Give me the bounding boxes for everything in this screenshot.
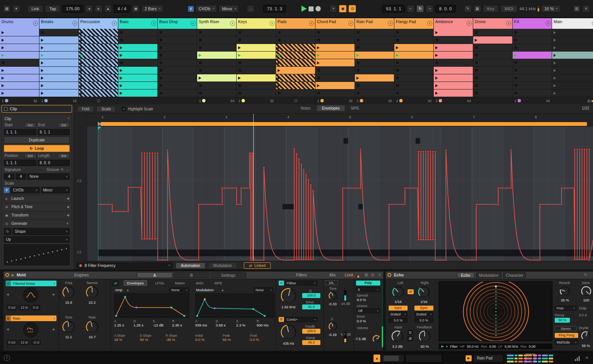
reverb-value[interactable]: 25 % — [558, 298, 572, 302]
mod-env-extras[interactable]: Initial0.0 %Peak55 %Final0.0 % — [195, 334, 275, 342]
empty-clip-slot[interactable] — [197, 89, 236, 97]
main-footer[interactable]: ▤▶▮ — [552, 97, 593, 104]
zoom-control[interactable] — [381, 354, 405, 362]
empty-clip-slot[interactable] — [473, 89, 512, 97]
clip-status-footer[interactable]: 132 — [355, 97, 394, 104]
filter1-freq-value[interactable]: 1.82 kHz — [278, 305, 299, 309]
clip-slot[interactable] — [79, 74, 118, 82]
empty-clip-slot[interactable] — [355, 67, 394, 74]
clip-section-header[interactable]: Clip▾ — [4, 116, 70, 121]
zoom-handle[interactable] — [384, 356, 399, 361]
echo-feedback-value[interactable]: 50 % — [418, 344, 431, 348]
clip-play-icon[interactable] — [435, 69, 438, 72]
clip-play-icon[interactable] — [80, 84, 83, 87]
metronome-button[interactable]: ▲ — [104, 5, 112, 13]
scroll-control[interactable] — [405, 354, 442, 362]
scroll-up-button[interactable]: ▲ — [373, 355, 380, 362]
back-to-arrangement-icon[interactable]: ▤ — [587, 99, 591, 103]
modulation-tab[interactable]: Modulation — [208, 262, 237, 269]
echo-tab-character[interactable]: Character — [503, 272, 526, 278]
empty-clip-slot[interactable] — [197, 36, 236, 44]
empty-clip-slot[interactable] — [434, 59, 473, 66]
track-header[interactable]: Drums▾ — [0, 18, 39, 29]
filter1-tone-knob[interactable] — [328, 291, 338, 301]
track-menu-icon[interactable]: ▾ — [270, 21, 275, 26]
clip-play-icon[interactable] — [435, 77, 438, 80]
clip-play-icon[interactable] — [2, 84, 4, 87]
clip-play-icon[interactable] — [435, 54, 438, 57]
clip-status-footer[interactable]: 116 — [513, 97, 552, 104]
echo-filter-part[interactable]: 50.0 Hz — [467, 345, 479, 348]
clip-root-selector[interactable]: C#/Db▾ — [11, 187, 40, 193]
clip-status-footer[interactable] — [79, 97, 118, 104]
param-d[interactable]: D3.69 s — [216, 319, 234, 327]
empty-clip-slot[interactable] — [513, 44, 552, 51]
empty-clip-slot[interactable] — [434, 36, 473, 44]
mix-drive-value[interactable]: 0.0 % — [357, 319, 366, 323]
clip-play-icon[interactable] — [238, 54, 241, 57]
empty-clip-slot[interactable] — [158, 36, 197, 44]
empty-clip-slot[interactable] — [394, 59, 433, 66]
clip-play-icon[interactable] — [120, 46, 122, 49]
clip-slot[interactable] — [79, 36, 118, 44]
clip-slot[interactable] — [276, 52, 315, 59]
empty-clip-slot[interactable] — [473, 74, 512, 82]
clip-slot[interactable] — [237, 74, 276, 82]
empty-clip-slot[interactable] — [39, 29, 78, 36]
track-menu-icon[interactable]: ▾ — [467, 21, 472, 26]
empty-clip-slot[interactable] — [394, 82, 433, 89]
clip-play-icon[interactable] — [238, 46, 241, 49]
beat-time-ruler[interactable]: 12345678 — [98, 114, 593, 121]
loop-toggle-button[interactable]: ↻Loop — [4, 145, 70, 152]
reverb-knob[interactable] — [559, 286, 571, 298]
filter1-type-selector[interactable]: Filther▾ — [285, 281, 317, 286]
status-menu-icon[interactable]: ≡ — [585, 355, 588, 361]
meld-tab-a[interactable]: A — [137, 272, 173, 278]
engine-a-tuning[interactable]: 0 oct12 st0 ct — [6, 305, 40, 310]
track-menu-icon[interactable]: ▾ — [112, 21, 117, 26]
clip-play-icon[interactable] — [317, 54, 320, 57]
echo-tab-echo[interactable]: Echo — [457, 272, 474, 278]
meld-fold-icon[interactable]: ▶ — [12, 273, 14, 277]
clip-slot[interactable] — [0, 36, 39, 44]
drywet-value[interactable]: 59 % — [580, 344, 592, 348]
echo-left-sync-button[interactable]: Sync — [389, 306, 408, 311]
amp-env-params[interactable]: A1.25 sD1.25 sS-12 dBR2.36 s — [114, 319, 189, 327]
clip-play-icon[interactable] — [2, 69, 4, 72]
scene-slot-7[interactable]: 7 — [552, 74, 593, 82]
empty-clip-slot[interactable] — [355, 44, 394, 51]
clip-slot[interactable] — [513, 52, 552, 59]
track-header[interactable]: Synth Riser▾ — [197, 18, 236, 29]
track-menu-icon[interactable]: ▾ — [309, 21, 314, 26]
empty-clip-slot[interactable] — [394, 36, 433, 44]
clip-play-icon[interactable] — [356, 54, 359, 57]
clip-status-footer[interactable] — [118, 97, 157, 104]
echo-power-button[interactable] — [387, 273, 391, 277]
echo-filter-part[interactable]: 0.00 — [489, 345, 496, 348]
clip-end-value[interactable]: 9. 1. 1 — [38, 129, 70, 135]
empty-clip-slot[interactable] — [158, 44, 197, 51]
clip-slot[interactable] — [0, 29, 39, 36]
echo-filter-part[interactable]: 5.00 kHz — [505, 345, 518, 348]
tap-tempo-button[interactable]: Tap — [45, 5, 60, 13]
empty-clip-slot[interactable] — [473, 67, 512, 74]
clip-play-icon[interactable] — [41, 69, 44, 72]
clip-status-footer[interactable]: 164 — [434, 97, 473, 104]
clip-play-icon[interactable] — [317, 84, 320, 87]
param-r[interactable]: R2.36 s — [172, 319, 189, 327]
tone-knob-value[interactable]: 11.1 — [61, 335, 76, 339]
narrow-knob-value[interactable]: 22.2 — [84, 300, 100, 304]
clip-slot[interactable] — [394, 52, 433, 59]
scene-play-icon[interactable] — [554, 54, 556, 57]
empty-clip-slot[interactable] — [276, 36, 315, 44]
scene-slot-5[interactable]: 5 — [552, 59, 593, 66]
clip-slot[interactable] — [118, 52, 157, 59]
scene-play-icon[interactable] — [554, 31, 556, 34]
empty-clip-slot[interactable] — [315, 36, 355, 44]
clip-slot[interactable] — [118, 82, 157, 89]
clip-slot[interactable] — [434, 74, 473, 82]
main-track-header[interactable]: Main▾ — [552, 18, 593, 29]
empty-clip-slot[interactable] — [513, 82, 552, 89]
tab-lfos[interactable]: LFOs — [152, 281, 167, 286]
clip-play-icon[interactable] — [120, 84, 122, 87]
